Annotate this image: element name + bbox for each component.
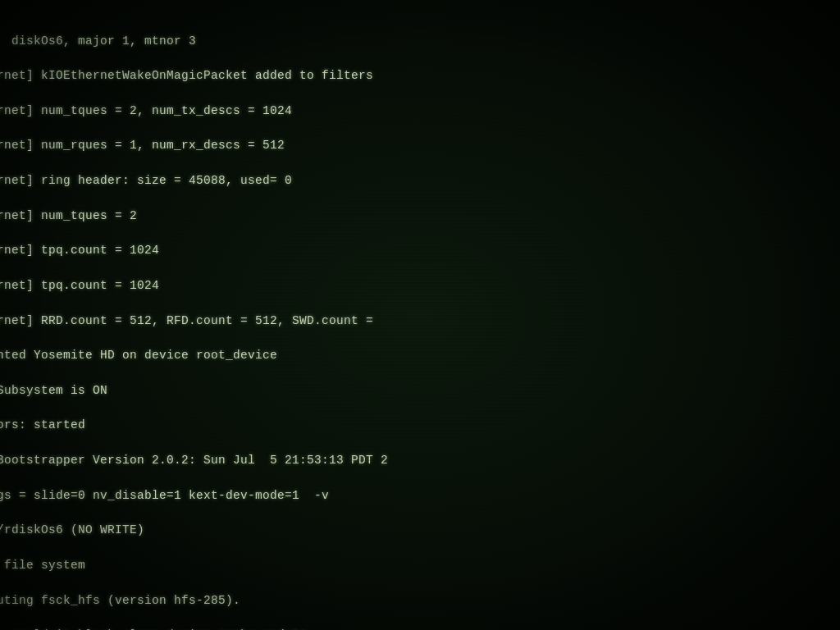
log-line: diskOs6, major 1, mtnor 3 (0, 33, 840, 50)
log-line: rnet] num_tques = 2 (0, 208, 840, 225)
log-line: gs = slide=0 nv_disable=1 kext-dev-mode=… (0, 487, 840, 504)
log-line: rnet] kIOEthernetWakeOnMagicPacket added… (0, 67, 840, 84)
log-line: file system (0, 557, 840, 574)
log-line: /rdiskOs6 (NO WRITE) (0, 522, 840, 539)
log-line: uting fsck_hfs (version hfs-285). (0, 592, 840, 609)
log-line: rnet] tpq.count = 1024 (0, 277, 840, 294)
log-line: rnet] tpq.count = 1024 (0, 242, 840, 259)
log-line: nted Yosemite HD on device root_device (0, 347, 840, 364)
log-line: Subsystem is ON (0, 382, 840, 399)
log-line: Bootstrapper Version 2.0.2: Sun Jul 5 21… (0, 452, 840, 469)
log-line: rnet] ring header: size = 45088, used= 0 (0, 172, 840, 189)
log-line: rnet] num_tques = 2, num_tx_descs = 1024 (0, 103, 840, 120)
log-line: rnet] num_rques = 1, num_rx_descs = 512 (0, 137, 840, 154)
log-line: rnet] RRD.count = 512, RFD.count = 512, … (0, 313, 840, 330)
terminal-screen: diskOs6, major 1, mtnor 3 rnet] kIOEther… (0, 0, 840, 630)
log-output: diskOs6, major 1, mtnor 3 rnet] kIOEther… (0, 0, 840, 630)
log-line: : couldn't block sleep during cache upda… (0, 627, 840, 630)
log-line: ors: started (0, 417, 840, 434)
